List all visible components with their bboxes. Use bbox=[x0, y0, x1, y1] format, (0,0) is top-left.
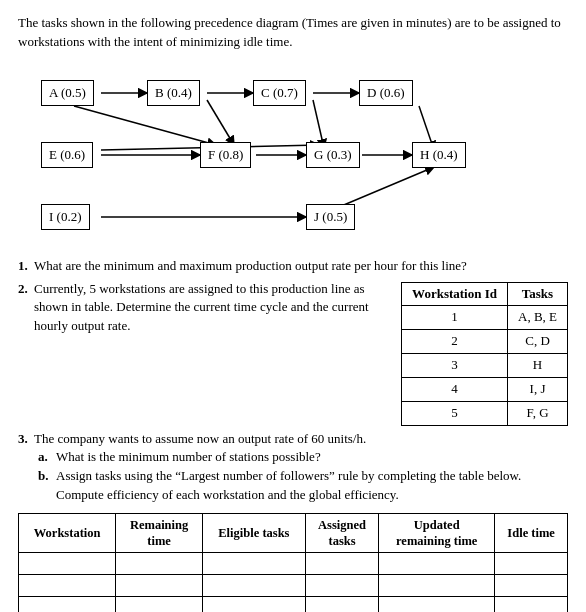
q3a-letter: a. bbox=[38, 448, 56, 467]
bottom-table-cell bbox=[202, 597, 305, 612]
bottom-table-cell bbox=[202, 553, 305, 575]
ws-cell: C, D bbox=[508, 330, 568, 354]
q3a: a. What is the minimum number of station… bbox=[38, 448, 568, 467]
ws-cell: 1 bbox=[402, 306, 508, 330]
bottom-table-header: Assignedtasks bbox=[305, 513, 378, 553]
bottom-table-cell bbox=[116, 553, 203, 575]
q3-text: The company wants to assume now an outpu… bbox=[34, 430, 366, 449]
bottom-table-cell bbox=[495, 597, 568, 612]
bottom-table-header: Workstation bbox=[19, 513, 116, 553]
bottom-table-cell bbox=[495, 553, 568, 575]
node-D: D (0.6) bbox=[359, 80, 413, 106]
question-1: 1. What are the minimum and maximum prod… bbox=[18, 257, 568, 276]
q3b-letter: b. bbox=[38, 467, 56, 505]
workstation-table: Workstation Id Tasks 1A, B, E2C, D3H4I, … bbox=[401, 282, 568, 426]
bottom-table-cell bbox=[379, 553, 495, 575]
questions-section: 1. What are the minimum and maximum prod… bbox=[18, 257, 568, 505]
intro-text: The tasks shown in the following precede… bbox=[18, 14, 568, 52]
bottom-table-cell bbox=[19, 553, 116, 575]
ws-cell: 4 bbox=[402, 377, 508, 401]
q2-text: Currently, 5 workstations are assigned t… bbox=[34, 280, 391, 337]
bottom-table-cell bbox=[116, 597, 203, 612]
bottom-table-cell bbox=[202, 575, 305, 597]
node-I: I (0.2) bbox=[41, 204, 90, 230]
svg-line-6 bbox=[207, 100, 234, 145]
ws-cell: 2 bbox=[402, 330, 508, 354]
node-H: H (0.4) bbox=[412, 142, 466, 168]
bottom-table-header: Eligible tasks bbox=[202, 513, 305, 553]
node-B: B (0.4) bbox=[147, 80, 200, 106]
table-row bbox=[19, 597, 568, 612]
svg-line-13 bbox=[74, 106, 216, 145]
bottom-table-cell bbox=[19, 575, 116, 597]
node-A: A (0.5) bbox=[41, 80, 94, 106]
bottom-table-cell bbox=[379, 597, 495, 612]
table-row bbox=[19, 553, 568, 575]
question-2: 2. Currently, 5 workstations are assigne… bbox=[18, 280, 568, 426]
bottom-table-cell bbox=[379, 575, 495, 597]
node-F: F (0.8) bbox=[200, 142, 251, 168]
bottom-table: WorkstationRemainingtimeEligible tasksAs… bbox=[18, 513, 568, 612]
node-E: E (0.6) bbox=[41, 142, 93, 168]
bottom-table-header: Updatedremaining time bbox=[379, 513, 495, 553]
node-G: G (0.3) bbox=[306, 142, 360, 168]
svg-line-5 bbox=[313, 100, 324, 148]
bottom-table-cell bbox=[305, 553, 378, 575]
q3b: b. Assign tasks using the “Largest numbe… bbox=[38, 467, 568, 505]
q1-number: 1. bbox=[18, 257, 34, 276]
ws-cell: I, J bbox=[508, 377, 568, 401]
q3-subs: a. What is the minimum number of station… bbox=[38, 448, 568, 505]
ws-cell: 5 bbox=[402, 401, 508, 425]
q3b-text: Assign tasks using the “Largest number o… bbox=[56, 467, 568, 505]
q3-number: 3. bbox=[18, 430, 34, 449]
question-3: 3. The company wants to assume now an ou… bbox=[18, 430, 568, 505]
ws-cell: H bbox=[508, 354, 568, 378]
q2-content: Currently, 5 workstations are assigned t… bbox=[34, 280, 568, 426]
bottom-table-cell bbox=[305, 575, 378, 597]
q3a-text: What is the minimum number of stations p… bbox=[56, 448, 321, 467]
ws-cell: F, G bbox=[508, 401, 568, 425]
node-J: J (0.5) bbox=[306, 204, 355, 230]
bottom-table-cell bbox=[495, 575, 568, 597]
q2-number: 2. bbox=[18, 280, 34, 426]
ws-cell: A, B, E bbox=[508, 306, 568, 330]
q1-text: What are the minimum and maximum product… bbox=[34, 257, 568, 276]
svg-line-12 bbox=[339, 167, 434, 207]
bottom-table-header: Remainingtime bbox=[116, 513, 203, 553]
precedence-diagram: A (0.5) B (0.4) C (0.7) D (0.6) E (0.6) … bbox=[19, 62, 567, 247]
bottom-table-cell bbox=[305, 597, 378, 612]
node-C: C (0.7) bbox=[253, 80, 306, 106]
table-row bbox=[19, 575, 568, 597]
bottom-table-cell bbox=[19, 597, 116, 612]
ws-header-tasks: Tasks bbox=[508, 282, 568, 306]
bottom-table-header: Idle time bbox=[495, 513, 568, 553]
ws-header-id: Workstation Id bbox=[402, 282, 508, 306]
bottom-table-cell bbox=[116, 575, 203, 597]
ws-cell: 3 bbox=[402, 354, 508, 378]
